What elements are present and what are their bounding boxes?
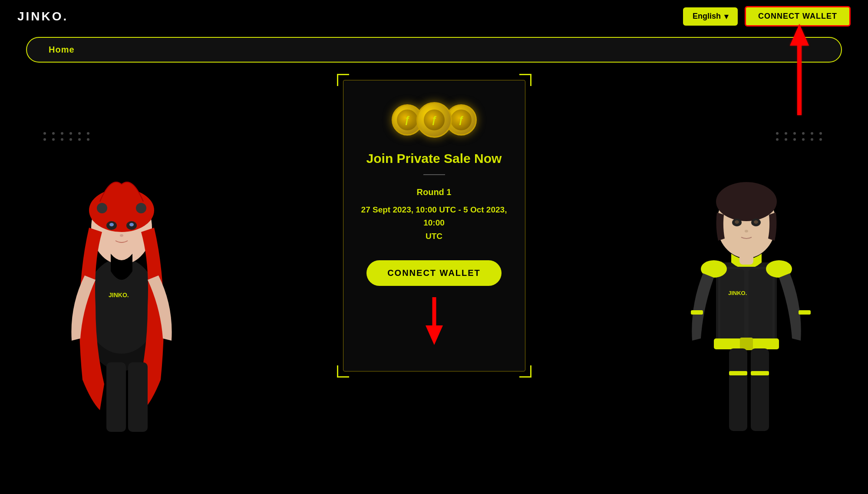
- svg-rect-21: [720, 269, 744, 341]
- female-character-svg: JINKO.: [39, 141, 204, 436]
- date-range-line1: 27 Sept 2023, 10:00 UTC - 5 Oct 2023, 10…: [361, 205, 507, 227]
- svg-rect-22: [749, 269, 772, 341]
- bracket-bottom-left: [337, 365, 349, 378]
- bracket-container: ƒ ƒ ƒ Join Private Sale Now Round 1 27 S…: [343, 80, 525, 371]
- connect-wallet-card-button[interactable]: CONNECT WALLET: [366, 260, 502, 286]
- svg-rect-28: [799, 310, 811, 315]
- svg-text:JINKO.: JINKO.: [728, 290, 747, 296]
- sale-card: ƒ ƒ ƒ Join Private Sale Now Round 1 27 S…: [343, 80, 525, 371]
- male-character-svg: JINKO.: [664, 141, 829, 436]
- svg-point-34: [735, 220, 739, 224]
- svg-rect-15: [106, 362, 126, 432]
- nav-item-home[interactable]: Home: [49, 45, 75, 55]
- language-label: English: [693, 12, 721, 21]
- svg-rect-40: [729, 371, 747, 375]
- main-content: JINKO. ƒ ƒ: [0, 80, 868, 436]
- svg-point-36: [745, 230, 748, 232]
- header-right: English ▾ CONNECT WALLET: [683, 6, 851, 27]
- sale-card-wrapper: ƒ ƒ ƒ Join Private Sale Now Round 1 27 S…: [343, 80, 525, 371]
- round-label: Round 1: [361, 187, 508, 197]
- character-female-left: JINKO.: [26, 110, 217, 436]
- svg-rect-16: [128, 362, 148, 432]
- svg-rect-39: [751, 348, 769, 431]
- svg-rect-38: [729, 348, 747, 431]
- bracket-top-left: [337, 74, 349, 86]
- bracket-bottom-right: [519, 365, 531, 378]
- svg-point-8: [136, 203, 146, 213]
- divider: [423, 174, 445, 175]
- sale-title: Join Private Sale Now: [361, 151, 508, 166]
- nav-bar: Home: [26, 37, 842, 63]
- header: JINKO. English ▾ CONNECT WALLET: [0, 0, 868, 33]
- date-range-line2: UTC: [426, 232, 442, 241]
- svg-rect-24: [740, 338, 753, 350]
- svg-rect-27: [691, 310, 703, 315]
- svg-point-7: [97, 203, 107, 213]
- chevron-down-icon: ▾: [724, 12, 728, 21]
- character-male-right: JINKO.: [651, 110, 842, 436]
- top-right-arrow-icon: [786, 24, 812, 119]
- svg-marker-1: [790, 24, 809, 46]
- logo-text: JINKO.: [17, 10, 68, 23]
- bottom-arrow-icon: [423, 293, 445, 345]
- svg-point-13: [120, 234, 123, 237]
- bracket-top-right: [519, 74, 531, 86]
- logo: JINKO.: [17, 10, 68, 23]
- svg-point-12: [129, 223, 134, 226]
- svg-point-11: [109, 223, 114, 226]
- coin-icons: ƒ ƒ ƒ: [361, 102, 508, 138]
- arrow-bottom-container: [361, 293, 508, 345]
- svg-text:JINKO.: JINKO.: [109, 292, 129, 298]
- svg-rect-41: [751, 371, 769, 375]
- connect-wallet-header-button[interactable]: CONNECT WALLET: [745, 6, 851, 27]
- coin-inner-right: ƒ: [451, 109, 472, 130]
- svg-marker-18: [426, 325, 443, 345]
- coin-center: ƒ: [416, 102, 452, 138]
- date-range: 27 Sept 2023, 10:00 UTC - 5 Oct 2023, 10…: [361, 203, 508, 243]
- coin-inner-center: ƒ: [424, 109, 445, 130]
- language-button[interactable]: English ▾: [683, 7, 738, 26]
- coin-inner-left: ƒ: [397, 109, 418, 130]
- svg-point-35: [754, 220, 758, 224]
- arrow-top-right: [786, 24, 812, 121]
